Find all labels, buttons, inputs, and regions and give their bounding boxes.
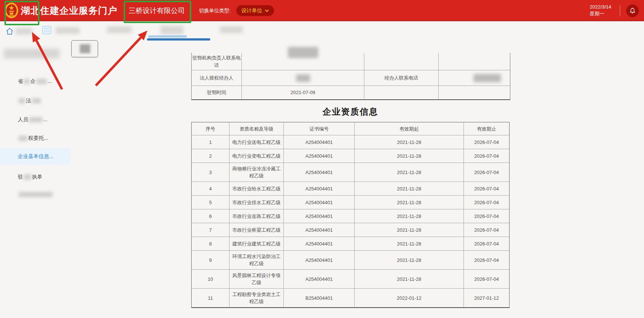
table-cell: 6 [192, 209, 230, 223]
sidebar-item-label: 权委托... [28, 135, 48, 141]
table-cell: 商物粮行业冷冻冷藏工程乙级 [230, 163, 284, 182]
home-icon[interactable] [5, 27, 14, 36]
section-title: 企业资质信息 [191, 105, 510, 119]
column-header: 资质名称及等级 [230, 122, 284, 135]
chevron-down-icon [265, 9, 269, 12]
tab-blurred-2[interactable] [56, 27, 79, 34]
table-cell: 2022-01-12 [355, 288, 464, 307]
table-cell: 2021-11-28 [355, 163, 464, 182]
sidebar-item[interactable]: 权委托... [18, 134, 48, 142]
table-cell: A254004401 [284, 209, 355, 223]
contact-info-table: 驻鄂机构负责人联系电话法人授权经办人经办人联系电话驻鄂时间2021-07-09 [191, 53, 510, 100]
table-cell: 2026-07-04 [464, 182, 509, 195]
sidebar-item-label: 省 [18, 78, 23, 84]
info-cell-empty [364, 86, 439, 99]
table-row: 6市政行业道路工程乙级A2540044012021-11-282026-07-0… [192, 209, 509, 223]
redacted-text [29, 117, 42, 122]
qualification-table: 序号资质名称及等级证书编号有效期起有效期止1电力行业送电工程乙级A2540044… [191, 122, 510, 308]
table-cell: 11 [192, 288, 230, 307]
table-cell: 2026-07-04 [464, 209, 509, 223]
tab-blurred-1[interactable] [16, 28, 32, 35]
date-display: 2022/3/14 星期一 [590, 4, 611, 17]
table-cell: 2021-11-28 [355, 223, 464, 237]
sidebar-item-label: 执单 [32, 174, 42, 180]
tab-blurred-3[interactable] [107, 26, 131, 33]
table-row: 11工程勘察专业类岩土工程乙级B2540044012022-01-122027-… [192, 288, 509, 307]
table-cell: A254004401 [284, 163, 355, 182]
switch-unit-type-label: 切换单位类型: [199, 0, 231, 21]
table-cell: 风景园林工程设计专项乙级 [230, 269, 284, 288]
table-cell: A254004401 [284, 223, 355, 237]
table-cell: 2026-07-04 [464, 237, 509, 250]
table-cell: 2026-07-04 [464, 269, 509, 288]
unit-type-dropdown[interactable]: 设计单位 [236, 5, 274, 16]
table-row: 7市政行业桥梁工程乙级A2540044012021-11-282026-07-0… [192, 223, 509, 237]
column-header: 有效期止 [464, 122, 509, 135]
info-cell: 法人授权经办人 [192, 70, 242, 86]
column-header: 有效期起 [355, 122, 464, 135]
redacted-value [288, 47, 318, 58]
notification-bell-button[interactable] [626, 4, 639, 17]
table-cell: 4 [192, 182, 230, 195]
table-cell: 市政行业排水工程乙级 [230, 195, 284, 209]
table-cell: 2021-11-28 [355, 250, 464, 269]
popup-box [71, 40, 98, 57]
date-text: 2022/3/14 [590, 4, 611, 10]
table-cell: 建筑行业建筑工程乙级 [230, 237, 284, 250]
sidebar-item-active[interactable]: 企业基本信息... [18, 152, 53, 160]
redacted-text [36, 79, 47, 84]
qualification-table-header: 序号资质名称及等级证书编号有效期起有效期止 [192, 122, 509, 135]
sidebar-item[interactable]: 驻执单 [18, 173, 42, 180]
table-row: 3商物粮行业冷冻冷藏工程乙级A2540044012021-11-282026-0… [192, 163, 509, 182]
redacted-text [19, 192, 53, 197]
table-cell: A254004401 [284, 149, 355, 163]
table-cell: 电力行业送电工程乙级 [230, 135, 284, 149]
sidebar-item[interactable]: 省企... [18, 77, 52, 85]
table-cell: 市政行业道路工程乙级 [230, 209, 284, 223]
table-row: 5市政行业排水工程乙级A2540044012021-11-282026-07-0… [192, 195, 509, 209]
header-divider [620, 5, 620, 16]
table-cell: A254004401 [284, 135, 355, 149]
tab-active-blurred[interactable] [160, 26, 183, 34]
table-cell: 2021-11-28 [355, 182, 464, 195]
table-row: 2电力行业变电工程乙级A2540044012021-11-282026-07-0… [192, 149, 509, 163]
document-icon[interactable] [42, 26, 51, 34]
column-header: 证书编号 [284, 122, 355, 135]
page: 湖北住建企业服务门户 三桥设计有限公司 切换单位类型: 设计单位 2022/3/… [0, 0, 644, 318]
weekday-text: 星期一 [590, 10, 611, 17]
table-cell: 2 [192, 149, 230, 163]
sidebar-item[interactable]: 法 [18, 97, 42, 104]
table-cell: A254004401 [284, 182, 355, 195]
table-cell: 工程勘察专业类岩土工程乙级 [230, 288, 284, 307]
redacted-value [296, 74, 310, 82]
info-cell-redacted [242, 70, 364, 86]
table-row: 9环境工程水污染防治工程乙级A2540044012021-11-282026-0… [192, 250, 509, 269]
annotation-green-box-company [124, 1, 191, 23]
tab-blurred-4[interactable] [220, 26, 243, 33]
info-cell: 2021-07-09 [242, 86, 364, 99]
info-cell: 驻鄂时间 [192, 86, 242, 99]
sidebar-item[interactable] [18, 190, 53, 198]
table-cell: 3 [192, 163, 230, 182]
table-cell: 1 [192, 135, 230, 149]
table-row: 1电力行业送电工程乙级A2540044012021-11-282026-07-0… [192, 135, 509, 149]
sidebar-item-label: 驻 [18, 174, 23, 180]
table-cell: 7 [192, 223, 230, 237]
annotation-green-box-logo [4, 1, 39, 25]
sidebar-item[interactable]: 人员... [18, 116, 48, 123]
active-tab-underline-light [148, 35, 187, 38]
table-cell: 8 [192, 237, 230, 250]
table-cell: 2026-07-04 [464, 250, 509, 269]
table-row: 8建筑行业建筑工程乙级A2540044012021-11-282026-07-0… [192, 237, 509, 250]
column-header: 序号 [192, 122, 230, 135]
sidebar-item-label: ... [48, 78, 52, 84]
redacted-text [19, 98, 25, 103]
table-cell: 5 [192, 195, 230, 209]
info-cell-empty [439, 53, 510, 70]
table-cell: A254004401 [284, 250, 355, 269]
sidebar-item-label: 人员 [18, 116, 28, 122]
redacted-text [32, 98, 41, 103]
table-cell: 市政行业给水工程乙级 [230, 182, 284, 195]
table-cell: 2021-11-28 [355, 269, 464, 288]
table-cell: 9 [192, 250, 230, 269]
